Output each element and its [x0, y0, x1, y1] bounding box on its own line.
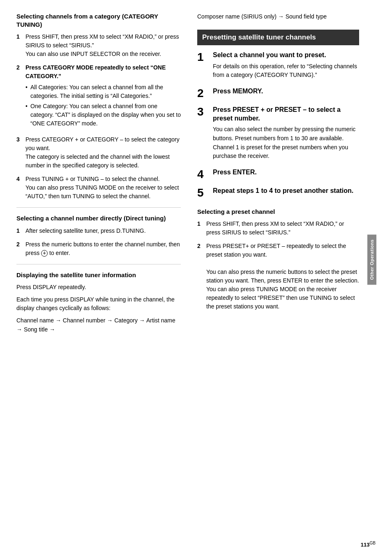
section3-title: Displaying the satellite tuner informati… — [16, 271, 181, 279]
preset-step-3-heading: Press PRESET + or PRESET – to select a p… — [213, 106, 359, 123]
step-3-cat: 3 Press CATEGORY + or CATEGORY – to sele… — [16, 135, 181, 170]
bullet-item-1: All Categories: You can select a channel… — [25, 83, 181, 100]
section-direct-tuning: Selecting a channel number directly (Dir… — [16, 214, 181, 257]
preset-step-2-content: Press MEMORY. — [213, 87, 359, 98]
preset-step-2-heading: Press MEMORY. — [213, 87, 359, 96]
section3-intro: Press DISPLAY repeatedly. — [16, 283, 181, 292]
select-preset-step-2-note: You can also press the numeric buttons t… — [206, 269, 359, 310]
select-preset-step-1-number: 1 — [197, 220, 204, 228]
preset-step-4-content: Press ENTER. — [213, 168, 359, 179]
page-suffix: GB — [370, 541, 376, 545]
section-select-preset: Selecting a preset channel 1 Press SHIFT… — [197, 208, 359, 311]
preset-step-1-number: 1 — [197, 51, 210, 64]
preset-step-2: 2 Press MEMORY. — [197, 87, 359, 100]
select-preset-step-1: 1 Press SHIFT, then press XM to select “… — [197, 220, 359, 237]
circle-plus-icon: + — [41, 250, 48, 257]
section-display-info: Displaying the satellite tuner informati… — [16, 271, 181, 334]
select-preset-title: Selecting a preset channel — [197, 208, 359, 216]
step-2-cat: 2 Press CATEGORY MODE repeatedly to sele… — [16, 63, 181, 130]
step-4-cat-content: Press TUNING + or TUNING – to select the… — [25, 175, 181, 201]
step-1-direct: 1 After selecting satellite tuner, press… — [16, 227, 181, 235]
select-preset-step-2: 2 Press PRESET+ or PRESET – repeatedly t… — [197, 242, 359, 311]
step-1-direct-number: 1 — [16, 227, 23, 235]
step-2-cat-content: Press CATEGORY MODE repeatedly to select… — [25, 63, 181, 130]
step-4-cat: 4 Press TUNING + or TUNING – to select t… — [16, 175, 181, 201]
step-3-cat-note: The category is selected and the channel… — [25, 153, 170, 169]
preset-step-1-content: Select a channel you want to preset. For… — [213, 51, 359, 81]
step-1-cat: 1 Press SHIFT, then press XM to select “… — [16, 32, 181, 58]
step-4-cat-text: Press TUNING + or TUNING – to select the… — [25, 176, 160, 182]
step-4-cat-note: You can also press TUNING MODE on the re… — [25, 184, 179, 199]
select-preset-step-2-number: 2 — [197, 242, 204, 250]
step-1-direct-text: After selecting satellite tuner, press D… — [25, 227, 146, 234]
section3-body1: Each time you press DISPLAY while tuning… — [16, 295, 181, 313]
divider-2 — [16, 264, 181, 264]
preset-step-1-body: For details on this operation, refer to … — [213, 62, 359, 80]
section1-title: Selecting channels from a category (CATE… — [16, 12, 181, 28]
preset-step-3-body: You can also select the number by pressi… — [213, 125, 359, 161]
preset-step-4-heading: Press ENTER. — [213, 168, 359, 177]
continuation-text: Composer name (SIRIUS only) → Sound fiel… — [197, 12, 359, 21]
step-2-direct-content: Press the numeric buttons to enter the c… — [25, 240, 181, 257]
step-3-cat-content: Press CATEGORY + or CATEGORY – to select… — [25, 135, 181, 170]
left-column: Selecting channels from a category (CATE… — [0, 12, 189, 544]
step-1-cat-number: 1 — [16, 32, 23, 41]
preset-step-5-content: Repeat steps 1 to 4 to preset another st… — [213, 187, 359, 198]
step-2-cat-number: 2 — [16, 63, 23, 72]
preset-step-5-heading: Repeat steps 1 to 4 to preset another st… — [213, 187, 359, 195]
preset-step-1: 1 Select a channel you want to preset. F… — [197, 51, 359, 81]
step-4-cat-number: 4 — [16, 175, 23, 183]
section3-flow: Channel name → Channel number → Category… — [16, 316, 181, 334]
preset-step-2-number: 2 — [197, 87, 210, 100]
step-1-cat-content: Press SHIFT, then press XM to select “XM… — [25, 32, 181, 58]
step-1-cat-text: Press SHIFT, then press XM to select “XM… — [25, 33, 179, 49]
divider-1 — [16, 207, 181, 208]
preset-step-4-number: 4 — [197, 168, 210, 181]
step-2-direct-number: 2 — [16, 240, 23, 249]
step-2-direct: 2 Press the numeric buttons to enter the… — [16, 240, 181, 257]
section-presetting: Presetting satellite tuner channels 1 Se… — [197, 30, 359, 199]
section2-title: Selecting a channel number directly (Dir… — [16, 214, 181, 222]
page-number: 113 — [361, 542, 370, 548]
step-3-cat-number: 3 — [16, 135, 23, 144]
select-preset-step-1-text: Press SHIFT, then press XM to select “XM… — [206, 220, 344, 236]
preset-step-3: 3 Press PRESET + or PRESET – to select a… — [197, 106, 359, 162]
side-tab-label: Other Operations — [369, 239, 374, 280]
side-tab: Other Operations — [367, 234, 376, 285]
bullet-item-2: One Category: You can select a channel f… — [25, 102, 181, 128]
step-2-cat-heading: Press CATEGORY MODE repeatedly to select… — [25, 63, 181, 81]
select-preset-step-2-text: Press PRESET+ or PRESET – repeatedly to … — [206, 243, 346, 258]
step-1-cat-note: You can also use INPUT SELECTOR on the r… — [25, 51, 161, 57]
preset-step-1-heading: Select a channel you want to preset. — [213, 51, 359, 60]
preset-section-title: Presetting satellite tuner channels — [197, 30, 359, 45]
step-1-direct-content: After selecting satellite tuner, press D… — [25, 227, 181, 235]
step-2-cat-bullets: All Categories: You can select a channel… — [25, 83, 181, 128]
page-number-area: 113GB — [361, 541, 376, 548]
step-3-cat-text: Press CATEGORY + or CATEGORY – to select… — [25, 136, 180, 151]
preset-step-3-number: 3 — [197, 106, 210, 118]
preset-step-4: 4 Press ENTER. — [197, 168, 359, 181]
select-preset-step-1-content: Press SHIFT, then press XM to select “XM… — [206, 220, 359, 237]
preset-step-5-number: 5 — [197, 187, 210, 199]
section-category-tuning: Selecting channels from a category (CATE… — [16, 12, 181, 201]
right-column: Composer name (SIRIUS only) → Sound fiel… — [189, 12, 376, 544]
preset-step-3-content: Press PRESET + or PRESET – to select a p… — [213, 106, 359, 162]
select-preset-step-2-content: Press PRESET+ or PRESET – repeatedly to … — [206, 242, 359, 311]
preset-step-5: 5 Repeat steps 1 to 4 to preset another … — [197, 187, 359, 199]
